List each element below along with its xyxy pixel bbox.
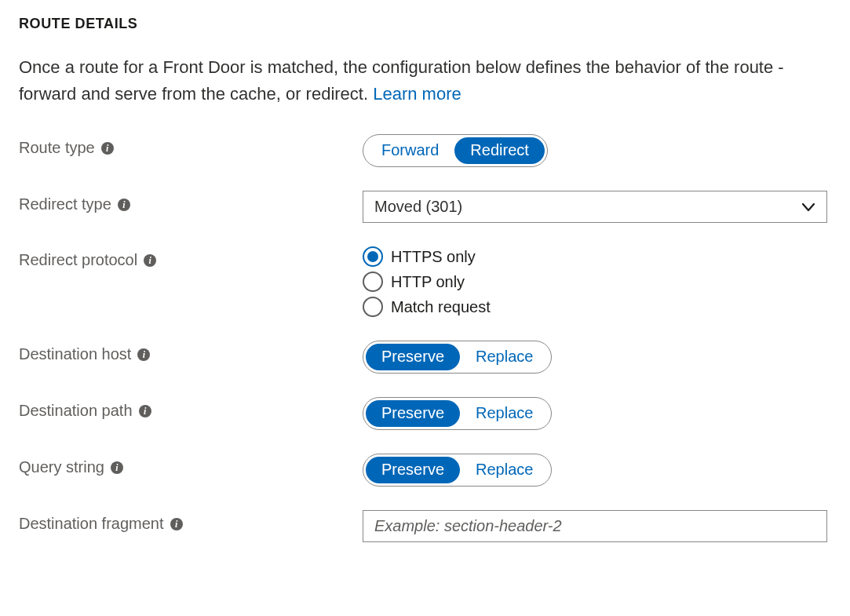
- radio-icon: [363, 246, 383, 267]
- label-text: Destination fragment: [19, 515, 164, 533]
- redirect-type-select[interactable]: Moved (301): [363, 191, 827, 223]
- destination-host-toggle: Preserve Replace: [363, 341, 552, 374]
- label-text: Destination host: [19, 345, 131, 363]
- redirect-type-label: Redirect type i: [19, 191, 363, 213]
- query-string-option-replace[interactable]: Replace: [460, 457, 549, 483]
- label-text: Redirect protocol: [19, 251, 137, 269]
- destination-path-label: Destination path i: [19, 397, 363, 420]
- redirect-protocol-option-https[interactable]: HTTPS only: [363, 246, 831, 267]
- info-icon[interactable]: i: [170, 518, 183, 530]
- info-icon[interactable]: i: [137, 348, 150, 361]
- redirect-protocol-option-http[interactable]: HTTP only: [363, 272, 831, 292]
- route-type-option-redirect[interactable]: Redirect: [454, 137, 544, 164]
- info-icon[interactable]: i: [144, 254, 156, 267]
- radio-icon: [363, 297, 383, 317]
- info-icon[interactable]: i: [118, 199, 130, 211]
- radio-icon: [363, 272, 383, 292]
- route-type-option-forward[interactable]: Forward: [366, 137, 454, 164]
- destination-fragment-label: Destination fragment i: [19, 510, 363, 533]
- destination-path-option-preserve[interactable]: Preserve: [366, 400, 460, 427]
- query-string-option-preserve[interactable]: Preserve: [366, 457, 460, 483]
- destination-host-option-preserve[interactable]: Preserve: [366, 344, 460, 370]
- info-icon[interactable]: i: [101, 142, 114, 155]
- label-text: Route type: [19, 139, 95, 157]
- query-string-toggle: Preserve Replace: [363, 454, 552, 487]
- section-heading: ROUTE DETAILS: [19, 16, 831, 32]
- label-text: Redirect type: [19, 195, 111, 213]
- label-text: Query string: [19, 458, 104, 476]
- radio-label: HTTP only: [391, 273, 465, 291]
- redirect-protocol-radio-group: HTTPS only HTTP only Match request: [363, 246, 831, 317]
- learn-more-link[interactable]: Learn more: [373, 84, 461, 104]
- section-description: Once a route for a Front Door is matched…: [19, 54, 819, 108]
- redirect-protocol-option-match[interactable]: Match request: [363, 297, 831, 317]
- destination-host-option-replace[interactable]: Replace: [460, 344, 549, 370]
- radio-label: Match request: [391, 298, 491, 316]
- info-icon[interactable]: i: [111, 461, 123, 474]
- radio-label: HTTPS only: [391, 248, 476, 266]
- route-type-toggle: Forward Redirect: [363, 134, 548, 167]
- destination-path-toggle: Preserve Replace: [363, 397, 552, 430]
- query-string-label: Query string i: [19, 454, 363, 476]
- destination-host-label: Destination host i: [19, 341, 363, 363]
- info-icon[interactable]: i: [139, 405, 151, 417]
- redirect-protocol-label: Redirect protocol i: [19, 246, 363, 269]
- route-type-label: Route type i: [19, 134, 363, 157]
- destination-path-option-replace[interactable]: Replace: [460, 400, 549, 427]
- destination-fragment-input[interactable]: [363, 510, 827, 542]
- label-text: Destination path: [19, 402, 133, 420]
